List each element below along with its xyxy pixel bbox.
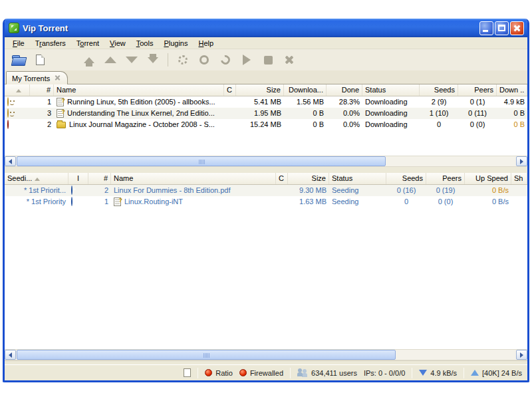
down-arrow-icon	[419, 370, 427, 376]
col-header-name[interactable]: Name	[111, 173, 276, 184]
minimize-button[interactable]	[479, 21, 493, 35]
cell-seeds: 0	[420, 119, 458, 130]
new-torrent-button[interactable]	[31, 52, 49, 68]
torrent-row[interactable]: 1 Running Linux, 5th Edition (2005) - al…	[5, 96, 527, 108]
scroll-thumb[interactable]	[17, 350, 396, 360]
downloads-hscrollbar	[5, 156, 527, 167]
col-header-downloaded[interactable]: Downloa...	[284, 84, 327, 96]
status-separator	[290, 368, 291, 378]
col-header-size[interactable]: Size	[236, 84, 284, 96]
scroll-right-button[interactable]	[516, 350, 527, 360]
folder-icon	[57, 122, 66, 128]
cell-done: 0.0%	[327, 108, 362, 119]
download-button[interactable]	[144, 52, 162, 68]
menu-torrent[interactable]: Torrent	[71, 39, 104, 47]
clipboard-pages-icon[interactable]	[184, 368, 191, 377]
col-header-status[interactable]: Status	[362, 84, 420, 96]
down-speed-label: 4.9 kB/s	[430, 369, 457, 377]
menu-file[interactable]: File	[7, 39, 30, 47]
col-header-c[interactable]: C	[276, 173, 288, 184]
menu-tools[interactable]: Tools	[131, 39, 159, 47]
firewalled-indicator[interactable]: Firewalled	[239, 369, 283, 377]
cell-name: Linux.Routing-iNT	[111, 196, 276, 207]
col-header-number[interactable]: #	[30, 84, 54, 96]
move-up-button[interactable]	[102, 52, 119, 68]
cell-downloaded: 0 B	[284, 108, 327, 119]
move-down-button[interactable]	[123, 52, 140, 68]
ratio-indicator[interactable]: Ratio	[205, 369, 233, 377]
tab-close-icon[interactable]	[55, 75, 61, 81]
tab-label: My Torrents	[12, 74, 50, 82]
ips-label: IPs: 0 - 0/0/0	[364, 369, 405, 377]
seeding-row[interactable]: * 1st Priority 1 Linux.Routing-iNT 1.63 …	[5, 196, 527, 207]
scroll-thumb[interactable]	[17, 156, 386, 166]
col-header-size[interactable]: Size	[288, 173, 329, 184]
menu-transfers[interactable]: Transfers	[30, 39, 71, 47]
col-header-peers[interactable]: Peers	[426, 173, 465, 184]
col-header-peers[interactable]: Peers	[458, 84, 497, 96]
cell-downloaded: 0 B	[284, 119, 327, 130]
col-header-down-speed[interactable]: Down ..	[497, 84, 527, 96]
cell-number: 1	[88, 196, 111, 207]
up-arrow-icon	[471, 370, 479, 376]
menu-help[interactable]: Help	[194, 39, 219, 47]
title-bar[interactable]: Vip Torrent	[5, 19, 527, 37]
scroll-right-button[interactable]	[516, 156, 527, 166]
up-speed-label: [40K] 24 B/s	[482, 369, 522, 377]
cell-peers: 0 (11)	[458, 108, 497, 119]
toolbar-separator	[168, 53, 168, 66]
col-header-c[interactable]: C	[224, 84, 236, 96]
scroll-left-button[interactable]	[5, 156, 16, 166]
remove-button[interactable]	[281, 52, 298, 68]
col-header-status-icon[interactable]	[5, 84, 30, 96]
open-torrent-button[interactable]	[10, 52, 27, 68]
scroll-left-icon	[9, 352, 12, 358]
seeding-header: Seedi... I # Name C Size Status Seeds Pe…	[5, 173, 527, 185]
col-header-share[interactable]: Sh	[511, 173, 527, 184]
tab-my-torrents[interactable]: My Torrents	[6, 71, 68, 84]
cell-tracker-icon	[68, 185, 88, 196]
col-header-seeding-rank[interactable]: Seedi...	[5, 173, 68, 184]
download-speed[interactable]: 4.9 kB/s	[419, 369, 457, 377]
queue-button[interactable]	[174, 52, 192, 68]
col-header-up-speed[interactable]: Up Speed	[465, 173, 511, 184]
ratio-label: Ratio	[215, 369, 233, 377]
host-button[interactable]	[196, 52, 213, 68]
col-header-tracker[interactable]: I	[68, 173, 88, 184]
seed-upload-button[interactable]	[80, 52, 98, 68]
status-separator	[464, 368, 464, 378]
upload-speed[interactable]: [40K] 24 B/s	[471, 369, 522, 377]
users-label: 634,411 users	[311, 369, 357, 377]
col-header-status[interactable]: Status	[329, 173, 386, 184]
stop-button[interactable]	[259, 52, 277, 68]
col-header-seeds[interactable]: Seeds	[420, 84, 458, 96]
torrent-row[interactable]: 2 Linux Journal Magazine - October 2008 …	[5, 119, 527, 130]
scroll-left-button[interactable]	[5, 350, 16, 360]
torrent-row[interactable]: 3 Understanding The Linux Kernel, 2nd Ed…	[5, 108, 527, 119]
cell-size: 15.24 MB	[236, 119, 284, 130]
col-header-seeds[interactable]: Seeds	[386, 173, 426, 184]
maximize-button[interactable]	[495, 21, 509, 35]
cell-seeds: 0	[386, 196, 426, 207]
refresh-button[interactable]	[217, 52, 234, 68]
menu-plugins[interactable]: Plugins	[158, 39, 193, 47]
col-header-done[interactable]: Done	[327, 84, 362, 96]
menu-view[interactable]: View	[104, 39, 131, 47]
start-button[interactable]	[238, 52, 255, 68]
seeding-row[interactable]: * 1st Priorit... 2 Linux For Dummies - 8…	[5, 185, 527, 196]
downloads-table: # Name C Size Downloa... Done Status See…	[5, 84, 527, 156]
sort-asc-icon	[35, 178, 40, 181]
status-separator	[412, 368, 412, 378]
scroll-track[interactable]	[17, 350, 515, 360]
cell-size: 5.41 MB	[236, 96, 284, 108]
scroll-right-icon	[520, 352, 523, 358]
menu-bar: File Transfers Torrent View Tools Plugin…	[5, 37, 527, 49]
col-header-number[interactable]: #	[88, 173, 111, 184]
cell-status: Downloading	[362, 96, 420, 108]
scroll-track[interactable]	[17, 156, 515, 166]
col-header-name[interactable]: Name	[54, 84, 224, 96]
move-down-icon	[126, 57, 138, 63]
seeding-table: Seedi... I # Name C Size Status Seeds Pe…	[5, 173, 527, 349]
new-file-icon	[36, 55, 45, 65]
close-button[interactable]	[510, 21, 524, 35]
